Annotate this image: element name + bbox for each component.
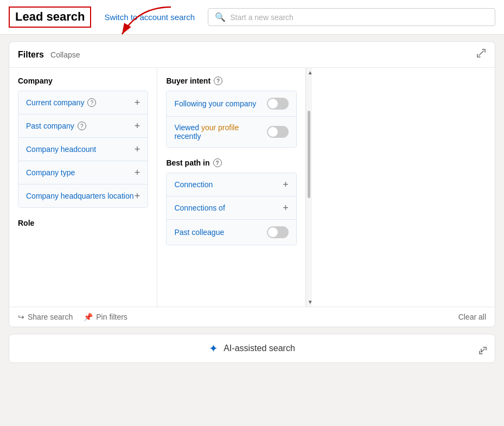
best-path-rows: Connection + Connections of + Past colle… [166,173,296,245]
past-colleague-toggle[interactable] [267,226,289,238]
ai-search-panel[interactable]: ✦ AI-assisted search [9,334,495,363]
scroll-down-btn[interactable]: ▼ [306,297,312,307]
role-section-title: Role [18,219,148,227]
viewed-profile-label: Viewed your profile recently [174,123,266,141]
company-type-add-btn[interactable]: + [135,168,141,177]
collapse-icon[interactable] [476,48,486,61]
buyer-intent-help-icon[interactable]: ? [214,77,222,85]
pin-icon: 📌 [84,313,93,321]
current-company-help-icon[interactable]: ? [87,98,96,107]
filters-panel: Filters Collapse Company [9,41,495,327]
connection-add-btn[interactable]: + [283,180,289,189]
connections-of-label: Connections of [174,204,225,212]
following-your-company-row: Following your company [167,91,296,117]
company-type-filter[interactable]: Company type + [18,161,148,185]
clear-all-button[interactable]: Clear all [458,313,486,321]
filters-body: Company Current company ? + [9,68,305,307]
collapse-button[interactable]: Collapse [50,50,80,59]
connection-label: Connection [174,180,213,189]
scroll-track [308,78,310,296]
best-path-help-icon[interactable]: ? [213,158,222,167]
switch-to-account-search-link[interactable]: Switch to account search [104,12,195,22]
company-headcount-add-btn[interactable]: + [135,144,141,154]
connections-of-filter[interactable]: Connections of + [167,196,296,220]
viewed-profile-row: Viewed your profile recently [167,117,296,147]
search-bar[interactable]: 🔍 Start a new search [208,8,495,26]
filters-scrollbar[interactable]: ▲ ▼ [305,68,312,307]
connections-of-add-btn[interactable]: + [283,203,289,213]
past-colleague-label: Past colleague [174,228,224,237]
current-company-add-btn[interactable]: + [135,98,141,107]
past-company-add-btn[interactable]: + [135,121,141,131]
share-search-button[interactable]: ↪ Share search [18,313,73,321]
ai-search-label: AI-assisted search [224,344,295,353]
header: Lead search Switch to account search 🔍 S… [0,0,504,35]
current-company-filter[interactable]: Current company ? + [18,91,148,115]
company-filter-rows: Current company ? + Past company ? + [18,91,148,208]
past-colleague-row: Past colleague [167,220,296,245]
filters-footer: ↪ Share search 📌 Pin filters Clear all [9,307,495,327]
best-path-title: Best path in ? [166,158,296,167]
following-your-company-label: Following your company [174,99,256,108]
search-input-placeholder: Start a new search [230,13,294,22]
company-hq-add-btn[interactable]: + [135,191,141,201]
filters-title: Filters [18,50,44,60]
left-column: Company Current company ? + [9,68,157,307]
main-content: Filters Collapse Company [0,35,504,370]
past-company-help-icon[interactable]: ? [78,122,86,130]
scroll-up-btn[interactable]: ▲ [306,68,312,77]
right-column: Buyer intent ? Following your company Vi [157,68,305,307]
viewed-profile-toggle[interactable] [267,126,289,138]
lead-search-title: Lead search [9,7,91,27]
scroll-thumb [308,111,310,198]
buyer-intent-title: Buyer intent ? [166,77,296,85]
past-company-filter[interactable]: Past company ? + [18,115,148,138]
filters-content: Company Current company ? + [9,68,495,307]
pin-filters-button[interactable]: 📌 Pin filters [84,313,127,321]
company-headcount-filter[interactable]: Company headcount + [18,138,148,161]
share-icon: ↪ [18,313,24,321]
search-icon: 🔍 [215,12,226,22]
company-section-title: Company [18,77,148,85]
connection-filter[interactable]: Connection + [167,173,296,196]
company-hq-filter[interactable]: Company headquarters location + [18,185,148,207]
filters-header: Filters Collapse [9,42,495,68]
ai-star-icon: ✦ [209,342,218,355]
following-your-company-toggle[interactable] [267,98,289,110]
buyer-intent-rows: Following your company Viewed your profi… [166,91,296,148]
expand-ai-icon[interactable] [479,346,487,357]
